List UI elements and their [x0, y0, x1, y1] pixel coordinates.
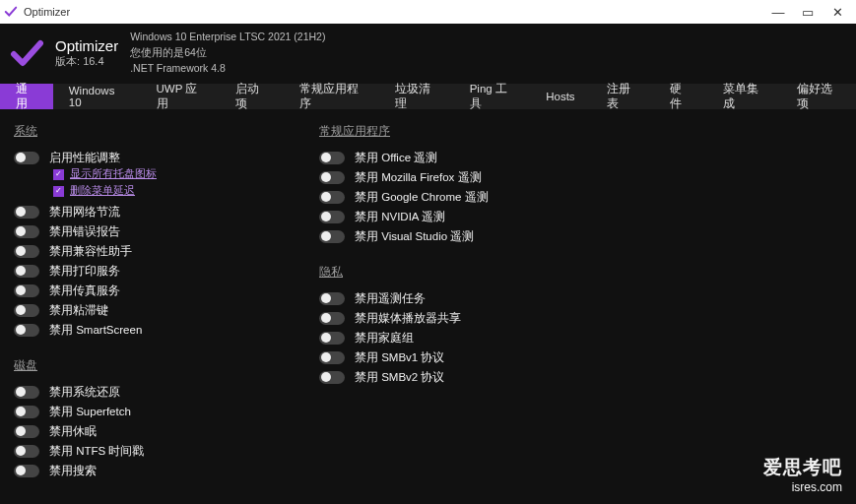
content-area: 系统 启用性能调整✓显示所有托盘图标✓删除菜单延迟禁用网络节流禁用错误报告禁用兼…	[0, 109, 856, 504]
toggle-apps-1[interactable]	[319, 171, 345, 184]
option-label: 禁用 Google Chrome 遥测	[355, 190, 489, 205]
watermark: 爱思考吧 isres.com	[763, 455, 842, 494]
option-disk-1: 禁用 Superfetch	[14, 402, 299, 421]
option-apps-2: 禁用 Google Chrome 遥测	[319, 187, 615, 207]
option-label: 禁用媒体播放器共享	[355, 311, 461, 326]
option-system-2: 禁用错误报告	[14, 221, 299, 241]
toggle-apps-4[interactable]	[319, 230, 345, 243]
tab-11[interactable]: 偏好选项	[781, 84, 856, 109]
toggle-disk-1[interactable]	[14, 406, 39, 418]
option-privacy-3: 禁用 SMBv1 协议	[319, 347, 615, 367]
option-disk-2: 禁用休眠	[14, 421, 299, 441]
tab-0[interactable]: 通用	[0, 84, 53, 109]
tab-4[interactable]: 常规应用程序	[284, 84, 379, 109]
tab-10[interactable]: 菜单集成	[707, 84, 782, 109]
option-label: 禁用 SMBv2 协议	[355, 370, 444, 385]
toggle-privacy-3[interactable]	[319, 351, 345, 364]
toggle-privacy-1[interactable]	[319, 312, 345, 325]
section-apps-title: 常规应用程序	[319, 123, 615, 140]
toggle-system-4[interactable]	[14, 265, 39, 278]
option-disk-0: 禁用系统还原	[14, 382, 299, 402]
option-disk-4: 禁用搜索	[14, 461, 299, 480]
option-label: 禁用 Visual Studio 遥测	[355, 229, 474, 244]
tab-1[interactable]: Windows 10	[53, 84, 141, 109]
option-label: 禁用 Superfetch	[49, 405, 131, 419]
option-label: 禁用错误报告	[49, 224, 120, 239]
option-label: 禁用粘滞键	[49, 303, 108, 318]
section-disk-title: 磁盘	[14, 357, 299, 374]
option-privacy-4: 禁用 SMBv2 协议	[319, 367, 615, 387]
option-apps-4: 禁用 Visual Studio 遥测	[319, 226, 615, 246]
option-label: 禁用网络节流	[49, 205, 120, 220]
tab-bar: 通用Windows 10UWP 应用启动项常规应用程序垃圾清理Ping 工具Ho…	[0, 84, 856, 109]
tab-9[interactable]: 硬件	[654, 84, 707, 109]
option-system-5: 禁用传真服务	[14, 281, 299, 300]
subopt-system-0-1[interactable]: ✓删除菜单延迟	[53, 184, 299, 198]
toggle-privacy-2[interactable]	[319, 332, 345, 345]
option-label: 禁用家庭组	[355, 331, 414, 346]
toggle-privacy-0[interactable]	[319, 292, 345, 305]
section-privacy-title: 隐私	[319, 264, 615, 281]
toggle-system-0[interactable]	[14, 152, 39, 164]
window-titlebar: Optimizer — ▭ ✕	[0, 0, 856, 24]
maximize-button[interactable]: ▭	[793, 5, 823, 20]
toggle-disk-3[interactable]	[14, 445, 39, 458]
option-label: 禁用 SmartScreen	[49, 323, 142, 338]
option-label: 禁用系统还原	[49, 385, 120, 400]
minimize-button[interactable]: —	[763, 5, 793, 20]
subopt-label: 删除菜单延迟	[70, 184, 135, 198]
app-version: 版本: 16.4	[55, 54, 118, 69]
option-privacy-2: 禁用家庭组	[319, 328, 615, 347]
tab-5[interactable]: 垃圾清理	[379, 84, 454, 109]
toggle-system-3[interactable]	[14, 245, 39, 258]
option-system-3: 禁用兼容性助手	[14, 241, 299, 261]
option-label: 启用性能调整	[49, 151, 120, 165]
option-label: 禁用休眠	[49, 424, 97, 439]
tab-3[interactable]: 启动项	[220, 84, 284, 109]
tab-2[interactable]: UWP 应用	[141, 84, 221, 109]
app-logo-icon	[10, 36, 43, 70]
section-system-title: 系统	[14, 123, 299, 140]
option-system-1: 禁用网络节流	[14, 202, 299, 221]
app-icon	[4, 5, 18, 19]
toggle-apps-0[interactable]	[319, 152, 345, 164]
option-system-7: 禁用 SmartScreen	[14, 320, 299, 340]
option-apps-3: 禁用 NVIDIA 遥测	[319, 207, 615, 226]
toggle-system-6[interactable]	[14, 304, 39, 317]
option-label: 禁用打印服务	[49, 264, 120, 279]
tab-7[interactable]: Hosts	[530, 84, 590, 109]
app-name: Optimizer	[55, 37, 118, 54]
subopt-system-0-0[interactable]: ✓显示所有托盘图标	[53, 167, 299, 181]
checkbox-icon[interactable]: ✓	[53, 186, 64, 197]
option-label: 禁用 Mozilla Firefox 遥测	[355, 170, 482, 185]
option-label: 禁用兼容性助手	[49, 244, 132, 259]
tab-8[interactable]: 注册表	[591, 84, 655, 109]
tab-6[interactable]: Ping 工具	[454, 84, 531, 109]
toggle-apps-2[interactable]	[319, 191, 345, 204]
toggle-privacy-4[interactable]	[319, 371, 345, 384]
toggle-system-2[interactable]	[14, 225, 39, 238]
toggle-apps-3[interactable]	[319, 211, 345, 223]
toggle-disk-0[interactable]	[14, 386, 39, 399]
checkbox-icon[interactable]: ✓	[53, 169, 64, 180]
toggle-system-1[interactable]	[14, 206, 39, 219]
option-apps-0: 禁用 Office 遥测	[319, 148, 615, 167]
option-label: 禁用 Office 遥测	[355, 151, 437, 165]
option-label: 禁用传真服务	[49, 284, 120, 298]
window-title: Optimizer	[24, 6, 70, 18]
option-disk-3: 禁用 NTFS 时间戳	[14, 441, 299, 461]
option-apps-1: 禁用 Mozilla Firefox 遥测	[319, 167, 615, 187]
toggle-disk-4[interactable]	[14, 465, 39, 477]
option-system-0: 启用性能调整	[14, 148, 299, 167]
option-privacy-1: 禁用媒体播放器共享	[319, 308, 615, 328]
toggle-system-7[interactable]	[14, 324, 39, 337]
option-privacy-0: 禁用遥测任务	[319, 288, 615, 308]
option-label: 禁用搜索	[49, 464, 97, 478]
option-system-4: 禁用打印服务	[14, 261, 299, 281]
option-label: 禁用遥测任务	[355, 291, 426, 306]
option-label: 禁用 SMBv1 协议	[355, 350, 444, 365]
option-system-6: 禁用粘滞键	[14, 300, 299, 320]
toggle-system-5[interactable]	[14, 284, 39, 297]
close-button[interactable]: ✕	[823, 5, 852, 20]
toggle-disk-2[interactable]	[14, 425, 39, 438]
